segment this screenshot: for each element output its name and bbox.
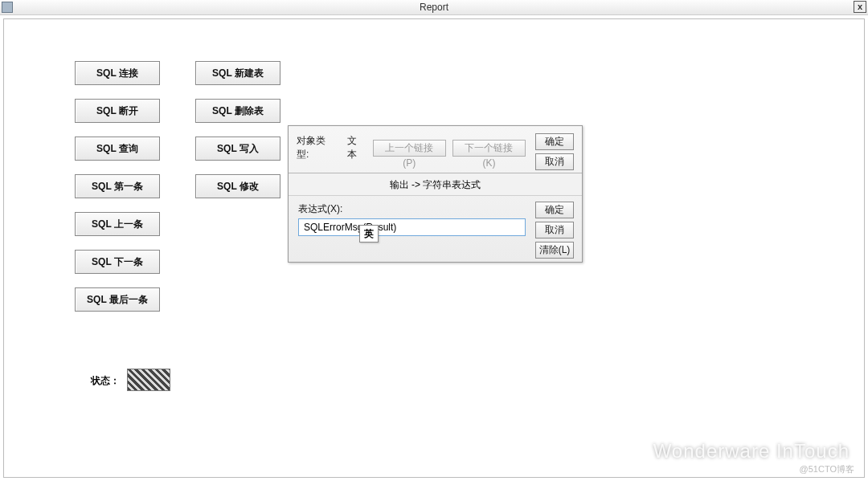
- dialog-cancel-button[interactable]: 取消: [535, 222, 574, 238]
- status-value-placeholder: [128, 369, 170, 390]
- dialog-top-buttons: 确定 取消: [535, 133, 574, 170]
- sql-create-table-button[interactable]: SQL 新建表: [195, 61, 280, 85]
- dialog-body-buttons: 确定 取消 清除(L): [535, 202, 574, 259]
- dialog-top-ok-button[interactable]: 确定: [535, 133, 574, 150]
- wechat-icon: [623, 442, 645, 461]
- object-type-label: 对象类型:: [297, 134, 336, 161]
- sql-next-button[interactable]: SQL 下一条: [75, 250, 160, 274]
- dialog-ok-button[interactable]: 确定: [535, 202, 574, 218]
- dialog-heading: 输出 -> 字符串表达式: [289, 173, 582, 196]
- dialog-clear-button[interactable]: 清除(L): [535, 242, 574, 259]
- status-label: 状态：: [91, 374, 120, 388]
- prev-link-button[interactable]: 上一个链接(P): [373, 140, 446, 157]
- sql-disconnect-button[interactable]: SQL 断开: [75, 99, 160, 123]
- design-canvas[interactable]: SQL 连接 SQL 断开 SQL 查询 SQL 第一条 SQL 上一条 SQL…: [3, 18, 865, 478]
- sql-insert-button[interactable]: SQL 写入: [195, 137, 280, 161]
- sql-query-button[interactable]: SQL 查询: [75, 137, 160, 161]
- sql-update-button[interactable]: SQL 修改: [195, 174, 280, 198]
- sub-watermark: @51CTO博客: [800, 463, 854, 475]
- watermark-text: Wonderware InTouch: [653, 440, 850, 463]
- watermark: Wonderware InTouch: [623, 440, 850, 463]
- expression-label: 表达式(X):: [298, 202, 526, 216]
- dialog-top-cancel-button[interactable]: 取消: [535, 153, 574, 170]
- close-button[interactable]: x: [854, 1, 866, 13]
- ime-indicator[interactable]: 英: [359, 225, 379, 243]
- sql-drop-table-button[interactable]: SQL 删除表: [195, 99, 280, 123]
- expression-dialog: 确定 取消 对象类型: 文本 上一个链接(P) 下一个链接(K) 输出 -> 字…: [288, 125, 583, 263]
- sql-first-button[interactable]: SQL 第一条: [75, 174, 160, 198]
- system-icon: [2, 2, 13, 13]
- next-link-button[interactable]: 下一个链接(K): [452, 140, 526, 157]
- title-bar: Report x: [0, 0, 868, 15]
- sql-last-button[interactable]: SQL 最后一条: [75, 287, 160, 312]
- window-title: Report: [420, 2, 448, 13]
- object-type-value: 文本: [347, 134, 366, 161]
- sql-connect-button[interactable]: SQL 连接: [75, 61, 160, 85]
- sql-prev-button[interactable]: SQL 上一条: [75, 212, 160, 236]
- expression-input[interactable]: [298, 218, 526, 236]
